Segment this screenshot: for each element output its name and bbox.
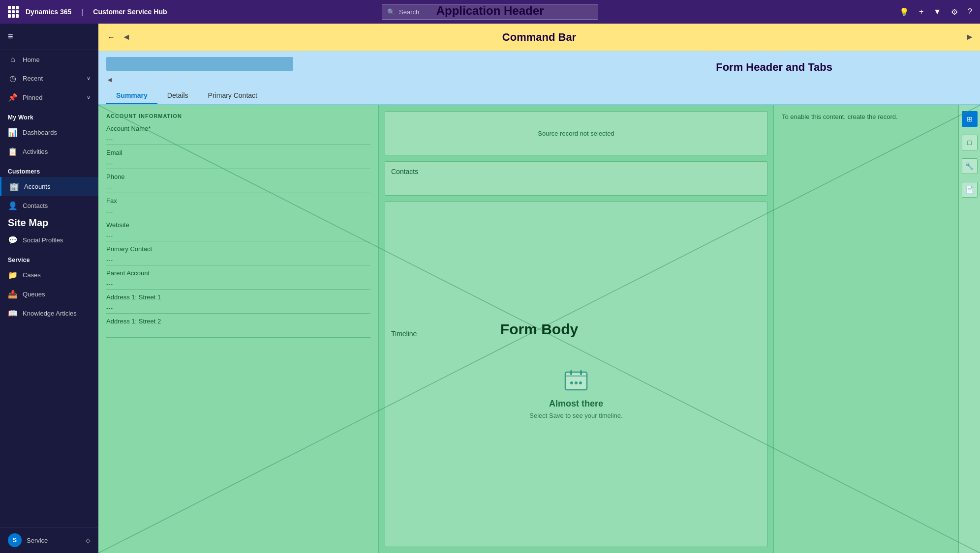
- field-account-name: Account Name*: [106, 125, 370, 145]
- command-bar: ← ◄ Command Bar ►: [98, 24, 980, 51]
- timeline-icon: [563, 367, 589, 393]
- accounts-label: Accounts: [24, 183, 50, 190]
- form-header-arrows: ◄: [106, 76, 972, 84]
- dashboards-label: Dashboards: [23, 129, 57, 136]
- fax-input[interactable]: [106, 206, 370, 217]
- activities-label: Activities: [23, 148, 48, 155]
- svg-rect-2: [565, 372, 587, 390]
- contacts-card: Contacts: [385, 161, 767, 196]
- app-logo[interactable]: Dynamics 365 | Customer Service Hub: [8, 6, 167, 18]
- right-panel-content: To enable this content, create the recor…: [774, 105, 958, 553]
- application-header: Dynamics 365 | Customer Service Hub 🔍 Se…: [0, 0, 980, 24]
- sidebar-item-activities[interactable]: 📋 Activities: [0, 142, 98, 161]
- back-button[interactable]: ←: [104, 30, 118, 44]
- filter-icon[interactable]: ▼: [933, 7, 941, 16]
- search-bar[interactable]: 🔍 Search: [382, 4, 598, 20]
- website-label: Website: [106, 221, 370, 229]
- phone-label: Phone: [106, 173, 370, 180]
- form-body: ACCOUNT INFORMATION Account Name* Email …: [98, 105, 980, 553]
- sidebar-item-recent[interactable]: ◷ Recent ∨: [0, 69, 98, 88]
- service-bottom-label: Service: [27, 537, 48, 544]
- search-icon: 🔍: [387, 8, 395, 16]
- help-icon[interactable]: ?: [968, 7, 972, 16]
- sidebar-recent-label: Recent: [23, 75, 43, 82]
- field-parent-account: Parent Account: [106, 269, 370, 290]
- command-bar-label: Command Bar: [502, 31, 576, 44]
- svg-rect-3: [565, 375, 587, 377]
- panel-icon-doc[interactable]: 📄: [962, 182, 978, 198]
- waffle-icon: [8, 6, 20, 18]
- knowledge-icon: 📖: [8, 309, 18, 318]
- sidebar-item-queues[interactable]: 📥 Queues: [0, 285, 98, 304]
- header-icons: 💡 + ▼ ⚙ ?: [899, 7, 972, 17]
- svg-point-6: [579, 381, 582, 384]
- knowledge-articles-label: Knowledge Articles: [23, 310, 77, 317]
- panel-icon-grid[interactable]: ⊞: [962, 111, 978, 127]
- sidebar-item-contacts[interactable]: 👤 Contacts: [0, 196, 98, 215]
- service-section: Service: [0, 250, 98, 265]
- address1-street2-input[interactable]: [106, 327, 370, 338]
- email-label: Email: [106, 149, 370, 156]
- sidebar-item-home[interactable]: ⌂ Home: [0, 50, 98, 69]
- email-input[interactable]: [106, 158, 370, 169]
- fax-label: Fax: [106, 197, 370, 204]
- panel-icon-square[interactable]: □: [962, 135, 978, 150]
- sidebar-item-dashboards[interactable]: 📊 Dashboards: [0, 123, 98, 142]
- form-header: ◄ Form Header and Tabs Summary Details P…: [98, 51, 980, 105]
- tab-primary-contact[interactable]: Primary Contact: [198, 87, 267, 104]
- form-middle-column: Source record not selected Contacts Time…: [379, 105, 773, 553]
- sidebar-item-pinned[interactable]: 📌 Pinned ∨: [0, 88, 98, 107]
- address1-street1-label: Address 1: Street 1: [106, 293, 370, 301]
- right-panel-icons: ⊞ □ 🔧 📄: [958, 105, 980, 553]
- lightbulb-icon[interactable]: 💡: [899, 7, 909, 17]
- field-phone: Phone: [106, 173, 370, 193]
- timeline-almost-there: Almost there: [549, 399, 603, 409]
- form-arrow-left: ◄: [106, 76, 113, 84]
- panel-icon-wrench[interactable]: 🔧: [962, 158, 978, 174]
- social-icon: 💬: [8, 235, 18, 245]
- phone-input[interactable]: [106, 182, 370, 193]
- field-address1-street1: Address 1: Street 1: [106, 293, 370, 314]
- address1-street1-input[interactable]: [106, 303, 370, 314]
- parent-account-input[interactable]: [106, 279, 370, 290]
- add-icon[interactable]: +: [919, 7, 923, 16]
- field-fax: Fax: [106, 197, 370, 217]
- address1-street2-label: Address 1: Street 2: [106, 318, 370, 325]
- sidebar-item-accounts[interactable]: 🏢 Accounts: [0, 177, 98, 196]
- parent-account-label: Parent Account: [106, 269, 370, 277]
- contacts-card-title: Contacts: [391, 168, 761, 175]
- sidebar-item-cases[interactable]: 📁 Cases: [0, 265, 98, 285]
- my-work-section: My Work: [0, 107, 98, 123]
- contacts-label: Contacts: [23, 202, 48, 209]
- pinned-expand-icon: ∨: [87, 94, 91, 101]
- sidebar-home-label: Home: [23, 56, 40, 63]
- contacts-icon: 👤: [8, 201, 18, 210]
- app-name: Dynamics 365: [26, 8, 71, 16]
- tab-summary[interactable]: Summary: [106, 87, 157, 104]
- field-primary-contact: Primary Contact: [106, 245, 370, 265]
- svg-point-4: [570, 381, 573, 384]
- svg-rect-7: [570, 370, 572, 375]
- sidebar-expand-icon: ◇: [86, 537, 91, 544]
- primary-contact-input[interactable]: [106, 255, 370, 265]
- sidebar-pinned-label: Pinned: [23, 94, 42, 101]
- social-profiles-label: Social Profiles: [23, 236, 63, 244]
- sidebar-item-knowledge-articles[interactable]: 📖 Knowledge Articles: [0, 304, 98, 323]
- website-input[interactable]: [106, 231, 370, 241]
- activities-icon: 📋: [8, 147, 18, 156]
- hub-name: Customer Service Hub: [93, 8, 167, 16]
- form-right-column: To enable this content, create the recor…: [773, 105, 980, 553]
- account-name-input[interactable]: [106, 134, 370, 145]
- queues-label: Queues: [23, 291, 45, 298]
- timeline-subtext: Select Save to see your timeline.: [529, 412, 622, 419]
- field-address1-street2: Address 1: Street 2: [106, 318, 370, 338]
- settings-icon[interactable]: ⚙: [951, 7, 958, 17]
- sidebar-bottom[interactable]: S Service ◇: [0, 527, 98, 553]
- tab-details[interactable]: Details: [157, 87, 198, 104]
- svg-rect-8: [580, 370, 582, 375]
- sidebar-item-social-profiles[interactable]: 💬 Social Profiles: [0, 231, 98, 250]
- cases-icon: 📁: [8, 270, 18, 280]
- avatar: S: [8, 533, 22, 547]
- hamburger-button[interactable]: ≡: [0, 24, 98, 50]
- site-map-label: Site Map: [0, 215, 98, 231]
